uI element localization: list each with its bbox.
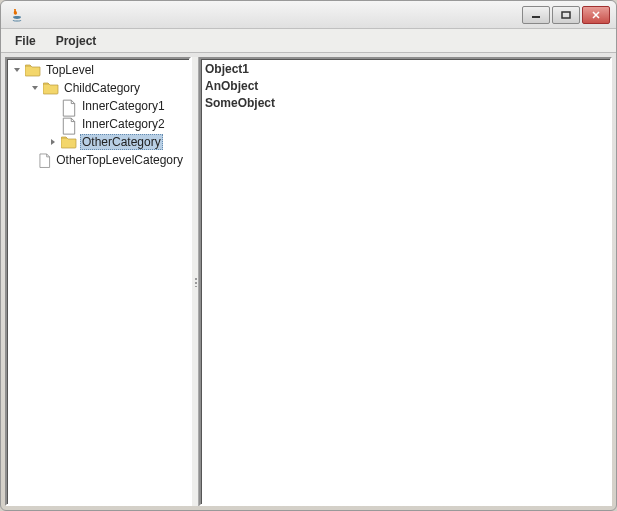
- svg-rect-1: [562, 12, 570, 18]
- tree-node[interactable]: ChildCategory: [7, 79, 189, 97]
- titlebar[interactable]: [1, 1, 616, 29]
- folder-icon: [43, 81, 59, 95]
- tree-node-label[interactable]: InnerCategory1: [80, 99, 167, 113]
- app-window: File Project TopLevelChildCategoryInnerC…: [0, 0, 617, 511]
- tree-node[interactable]: InnerCategory2: [7, 115, 189, 133]
- content-area: TopLevelChildCategoryInnerCategory1Inner…: [1, 53, 616, 510]
- list-item[interactable]: Object1: [205, 61, 606, 78]
- collapse-icon[interactable]: [29, 82, 41, 94]
- tree-node[interactable]: InnerCategory1: [7, 97, 189, 115]
- tree-node[interactable]: OtherTopLevelCategory: [7, 151, 189, 169]
- tree-node-label[interactable]: InnerCategory2: [80, 117, 167, 131]
- maximize-button[interactable]: [552, 6, 580, 24]
- minimize-button[interactable]: [522, 6, 550, 24]
- file-icon: [61, 99, 77, 113]
- list-item[interactable]: SomeObject: [205, 95, 606, 112]
- tree-node-label[interactable]: OtherTopLevelCategory: [54, 153, 185, 167]
- tree-node-label[interactable]: OtherCategory: [80, 134, 163, 150]
- file-icon: [38, 153, 52, 167]
- tree-pane[interactable]: TopLevelChildCategoryInnerCategory1Inner…: [5, 57, 191, 506]
- menu-project[interactable]: Project: [48, 32, 105, 50]
- tree-node[interactable]: OtherCategory: [7, 133, 189, 151]
- list-item[interactable]: AnObject: [205, 78, 606, 95]
- collapse-icon[interactable]: [11, 64, 23, 76]
- window-controls: [522, 6, 610, 24]
- tree-node-label[interactable]: TopLevel: [44, 63, 96, 77]
- menubar: File Project: [1, 29, 616, 53]
- file-icon: [61, 117, 77, 131]
- folder-icon: [25, 63, 41, 77]
- split-handle[interactable]: [191, 57, 199, 506]
- expand-icon[interactable]: [47, 136, 59, 148]
- close-button[interactable]: [582, 6, 610, 24]
- tree-node-label[interactable]: ChildCategory: [62, 81, 142, 95]
- menu-file[interactable]: File: [7, 32, 44, 50]
- list-pane[interactable]: Object1AnObjectSomeObject: [199, 57, 612, 506]
- folder-icon: [61, 135, 77, 149]
- java-icon: [9, 7, 25, 23]
- tree-node[interactable]: TopLevel: [7, 61, 189, 79]
